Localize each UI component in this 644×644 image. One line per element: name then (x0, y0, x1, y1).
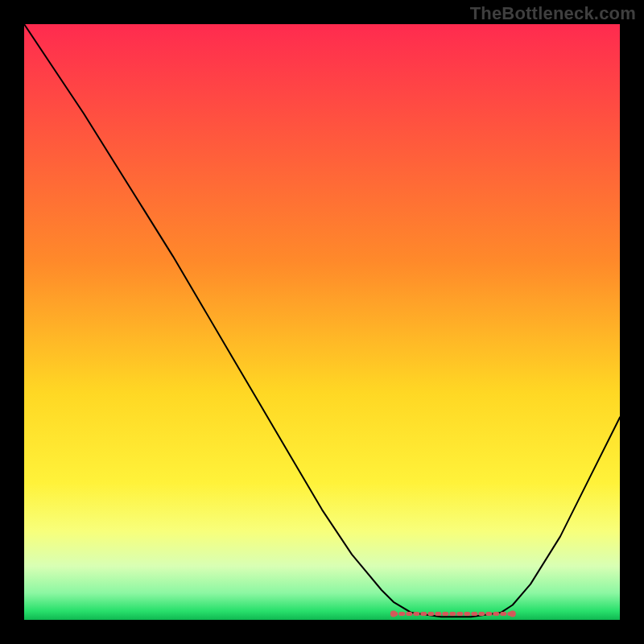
watermark-text: TheBottleneck.com (470, 3, 636, 24)
chart-frame: TheBottleneck.com (0, 0, 644, 644)
chart-svg (24, 24, 620, 620)
plot-area (24, 24, 620, 620)
chart-background-gradient (24, 24, 620, 620)
svg-point-1 (390, 611, 397, 617)
svg-point-2 (510, 611, 516, 617)
